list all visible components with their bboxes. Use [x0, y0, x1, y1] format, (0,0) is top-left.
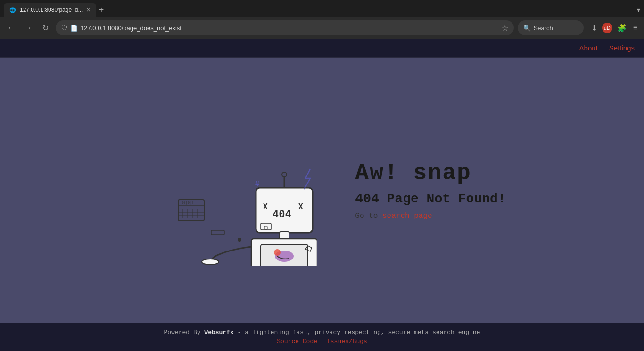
- svg-point-30: [238, 238, 241, 242]
- svg-text:404: 404: [272, 208, 291, 220]
- ublock-icon[interactable]: uD: [602, 23, 612, 33]
- tab-favicon: 🌐: [9, 7, 16, 13]
- search-page-link[interactable]: search page: [382, 212, 432, 220]
- page-icon: 📄: [70, 25, 78, 32]
- error-go-text: Go to search page: [355, 212, 505, 220]
- footer-tagline: Powered By Websurfx - a lightening fast,…: [164, 329, 480, 336]
- svg-text:X: X: [263, 202, 268, 211]
- security-icon: 🛡: [61, 25, 67, 32]
- url-box[interactable]: 🛡 📄 127.0.0.1:8080/page_does_not_exist ☆: [56, 20, 514, 35]
- svg-point-22: [202, 259, 219, 265]
- svg-rect-35: [211, 230, 224, 235]
- tab-close-button[interactable]: ×: [86, 6, 90, 14]
- svg-text:00|0|!: 00|0|!: [182, 201, 193, 205]
- active-tab[interactable]: 🌐 127.0.0.1:8080/page_d... ×: [4, 3, 96, 17]
- tab-title: 127.0.0.1:8080/page_d...: [20, 7, 83, 13]
- tab-bar: 🌐 127.0.0.1:8080/page_d... × + ▾: [0, 0, 644, 17]
- issues-link[interactable]: Issues/Bugs: [327, 338, 367, 345]
- search-label: Search: [534, 25, 553, 32]
- robot-illustration: 00|0|! X X 404: [138, 115, 317, 266]
- page-content: 00|0|! X X 404: [0, 58, 644, 323]
- svg-text:X: X: [298, 202, 303, 211]
- about-link[interactable]: About: [579, 44, 598, 52]
- back-button[interactable]: ←: [5, 21, 18, 34]
- menu-icon[interactable]: ≡: [631, 22, 639, 34]
- error-container: 00|0|! X X 404: [138, 115, 505, 266]
- brand-name: Websurfx: [204, 329, 233, 336]
- toolbar-icons: ⬇ uD 🧩 ≡: [589, 22, 639, 34]
- source-code-link[interactable]: Source Code: [277, 338, 317, 345]
- go-to-label: Go to: [355, 212, 378, 220]
- error-text-section: Aw! snap 404 Page Not Found! Go to searc…: [355, 160, 505, 220]
- address-bar: ← → ↻ 🛡 📄 127.0.0.1:8080/page_does_not_e…: [0, 17, 644, 39]
- tab-dropdown-button[interactable]: ▾: [637, 6, 640, 14]
- footer-links: Source Code Issues/Bugs: [277, 338, 367, 345]
- bookmark-icon[interactable]: ☆: [502, 24, 508, 33]
- search-icon: 🔍: [523, 25, 531, 32]
- refresh-button[interactable]: ↻: [39, 21, 52, 34]
- svg-point-21: [274, 249, 281, 256]
- error-404-heading: 404 Page Not Found!: [355, 192, 505, 206]
- svg-text:#: #: [255, 180, 259, 188]
- extensions-icon[interactable]: 🧩: [615, 22, 628, 34]
- forward-button[interactable]: →: [22, 21, 35, 34]
- url-text: 127.0.0.1:8080/page_does_not_exist: [81, 25, 499, 32]
- powered-by-label: Powered By: [164, 329, 201, 336]
- browser-chrome: 🌐 127.0.0.1:8080/page_d... × + ▾ ← → ↻ 🛡…: [0, 0, 644, 39]
- footer: Powered By Websurfx - a lightening fast,…: [0, 323, 644, 351]
- error-snap-heading: Aw! snap: [355, 160, 505, 186]
- download-icon[interactable]: ⬇: [589, 22, 599, 34]
- app-nav: About Settings: [0, 39, 644, 58]
- search-box[interactable]: 🔍 Search: [518, 20, 584, 35]
- footer-description: - a lightening fast, privacy respecting,…: [238, 329, 480, 336]
- svg-rect-17: [280, 232, 289, 239]
- settings-link[interactable]: Settings: [609, 44, 635, 52]
- new-tab-button[interactable]: +: [99, 5, 104, 15]
